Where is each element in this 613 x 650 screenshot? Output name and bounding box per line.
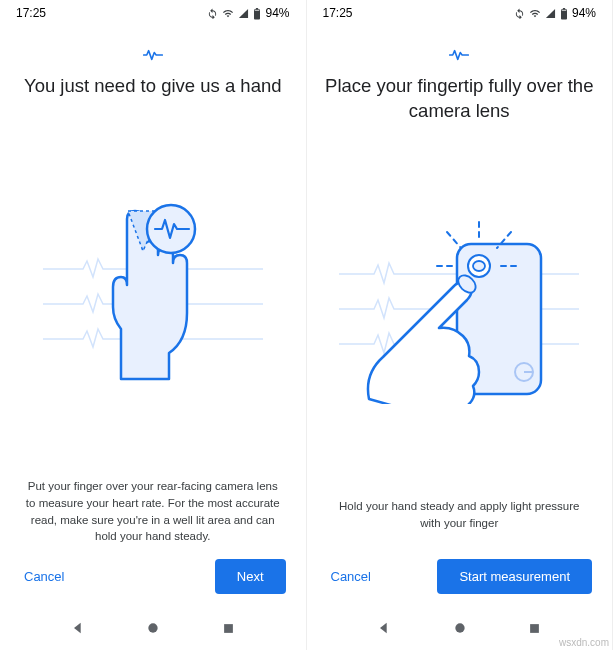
battery-icon [560,6,568,20]
status-right: 94% [207,6,289,20]
page-title: Place your fingertip fully over the came… [307,74,613,124]
illustration-hand [0,99,306,478]
nav-home-icon[interactable] [452,620,468,640]
wifi-icon [529,6,541,20]
nav-home-icon[interactable] [145,620,161,640]
orientation-lock-icon [207,6,218,20]
button-row: Cancel Next [0,545,306,610]
cancel-button[interactable]: Cancel [327,561,375,592]
nav-back-icon[interactable] [376,620,392,640]
nav-recent-icon[interactable] [221,621,236,640]
onboarding-screen-2: 17:25 94% Place your fingertip fully ove… [307,0,614,650]
signal-icon [238,6,249,20]
nav-recent-icon[interactable] [527,621,542,640]
svg-rect-0 [254,9,260,19]
svg-rect-5 [224,624,233,633]
signal-icon [545,6,556,20]
illustration-phone-finger [307,124,613,485]
status-battery-text: 94% [265,6,289,20]
svg-line-13 [447,232,461,248]
svg-rect-1 [256,8,258,10]
svg-rect-20 [530,624,539,633]
status-time: 17:25 [16,6,46,20]
page-title: You just need to give us a hand [0,74,306,99]
next-button[interactable]: Next [215,559,286,594]
description-text: Hold your hand steady and apply light pr… [307,485,613,545]
svg-rect-6 [561,9,567,19]
svg-rect-8 [562,10,567,11]
svg-rect-7 [563,8,565,10]
svg-point-11 [473,261,485,271]
battery-icon [253,6,261,20]
pulse-icon [0,48,306,66]
button-row: Cancel Start measurement [307,545,613,610]
navigation-bar [0,610,306,650]
svg-rect-2 [255,10,260,11]
svg-point-19 [455,623,464,632]
description-text: Put your finger over your rear-facing ca… [0,478,306,545]
orientation-lock-icon [514,6,525,20]
status-bar: 17:25 94% [0,0,306,22]
watermark: wsxdn.com [559,637,609,648]
svg-point-4 [149,623,158,632]
status-battery-text: 94% [572,6,596,20]
nav-back-icon[interactable] [70,620,86,640]
wifi-icon [222,6,234,20]
onboarding-screen-1: 17:25 94% You just need to give us a han… [0,0,307,650]
status-time: 17:25 [323,6,353,20]
status-right: 94% [514,6,596,20]
pulse-icon [307,48,613,66]
start-measurement-button[interactable]: Start measurement [437,559,592,594]
cancel-button[interactable]: Cancel [20,561,68,592]
status-bar: 17:25 94% [307,0,613,22]
